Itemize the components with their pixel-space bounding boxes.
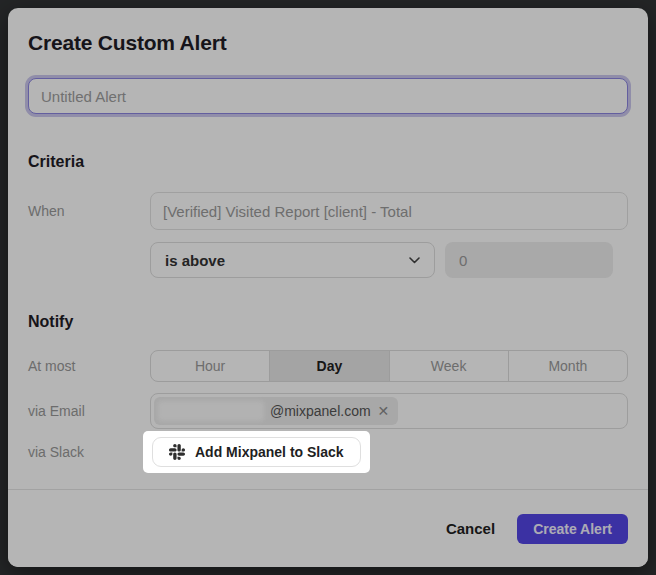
dim-overlay	[0, 0, 656, 575]
slack-icon	[169, 444, 185, 460]
slack-button-label: Add Mixpanel to Slack	[195, 444, 344, 460]
add-mixpanel-to-slack-button[interactable]: Add Mixpanel to Slack	[152, 437, 361, 467]
slack-button-spotlight: Add Mixpanel to Slack	[143, 431, 370, 473]
